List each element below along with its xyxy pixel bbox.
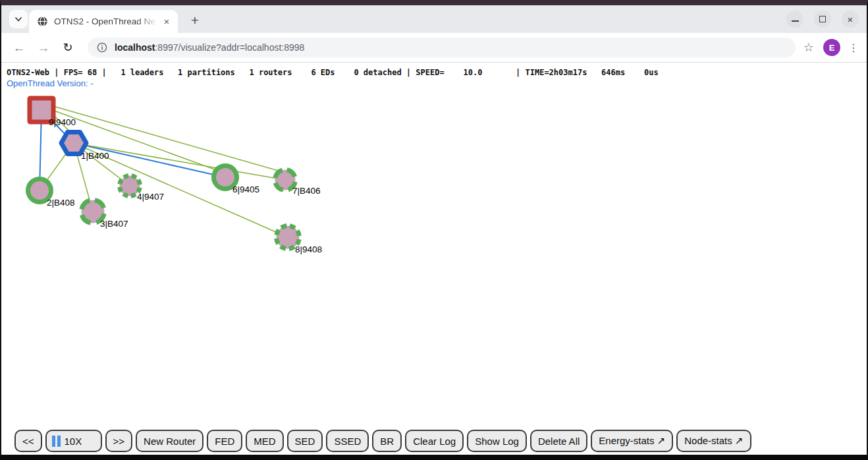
maximize-button[interactable]	[814, 11, 831, 28]
maximize-icon	[819, 16, 826, 22]
profile-avatar[interactable]: E	[823, 39, 840, 56]
step-forward-button-label: >>	[113, 436, 125, 447]
node-label: 9|9400	[49, 117, 76, 127]
back-button[interactable]: ←	[11, 39, 28, 56]
node-stats-button-label: Node-stats ↗	[684, 435, 743, 447]
node-label: 4|9407	[137, 192, 164, 202]
otns-page: OTNS2-Web | FPS= 68 | 1 leaders 1 partit…	[1, 63, 867, 455]
sed-button-label: SED	[295, 436, 315, 447]
step-forward-button[interactable]: >>	[105, 430, 133, 452]
fed-button[interactable]: FED	[207, 430, 242, 452]
show-log-button[interactable]: Show Log	[467, 430, 527, 452]
new-router-button[interactable]: New Router	[136, 430, 203, 452]
tab-close-icon[interactable]: ×	[161, 16, 173, 28]
show-log-button-label: Show Log	[475, 436, 519, 447]
url-path: :8997/visualize?addr=localhost:8998	[155, 42, 304, 53]
clear-log-button[interactable]: Clear Log	[405, 430, 464, 452]
minimize-icon	[792, 20, 799, 22]
node-stats-button[interactable]: Node-stats ↗	[676, 430, 751, 452]
address-bar[interactable]: localhost:8997/visualize?addr=localhost:…	[88, 38, 796, 57]
node-label: 8|9408	[295, 244, 322, 254]
minimize-button[interactable]	[786, 11, 803, 28]
ssed-button-label: SSED	[334, 436, 361, 447]
browser-toolbar: ← → ↻ localhost:8997/visualize?addr=loca…	[1, 33, 867, 62]
browser-menu-icon[interactable]: ⋮	[848, 42, 859, 54]
network-edge	[74, 143, 285, 180]
window-controls: ×	[786, 11, 859, 28]
url-host: localhost	[115, 42, 155, 53]
speed-button-label: 10X	[65, 436, 82, 447]
clear-log-button-label: Clear Log	[413, 436, 456, 447]
forward-button[interactable]: →	[35, 39, 52, 56]
url-text[interactable]: localhost:8997/visualize?addr=localhost:…	[115, 42, 304, 53]
tab-strip: OTNS2 - OpenThread Ne × + ×	[1, 5, 867, 33]
reload-button[interactable]: ↻	[59, 39, 76, 56]
node-label: 2|B408	[47, 198, 75, 208]
new-router-button-label: New Router	[144, 436, 196, 447]
step-back-button-label: <<	[22, 436, 34, 447]
action-bar: <<10X>>New RouterFEDMEDSEDSSEDBRClear Lo…	[14, 430, 751, 452]
new-tab-button[interactable]: +	[186, 11, 204, 30]
delete-all-button-label: Delete All	[538, 436, 580, 447]
globe-favicon-icon	[37, 16, 48, 27]
browser-tab[interactable]: OTNS2 - OpenThread Ne ×	[29, 10, 178, 33]
med-button-label: MED	[254, 436, 275, 447]
tab-search-button[interactable]	[9, 10, 28, 28]
step-back-button[interactable]: <<	[14, 430, 42, 452]
fed-button-label: FED	[215, 436, 234, 447]
chevron-down-icon	[14, 14, 23, 24]
speed-button[interactable]: 10X	[45, 430, 102, 452]
node-label: 1|B400	[81, 151, 109, 161]
close-icon: ×	[848, 14, 854, 24]
info-icon[interactable]	[97, 42, 107, 53]
node-label: 3|B407	[100, 219, 128, 229]
ssed-button[interactable]: SSED	[326, 430, 369, 452]
node-label: 7|B406	[292, 186, 321, 196]
delete-all-button[interactable]: Delete All	[530, 430, 587, 452]
bookmark-star-icon[interactable]: ☆	[803, 40, 814, 55]
br-button-label: BR	[380, 436, 394, 447]
tab-title: OTNS2 - OpenThread Ne	[54, 16, 161, 26]
browser-window: OTNS2 - OpenThread Ne × + × ← → ↻ localh…	[0, 0, 868, 460]
sed-button[interactable]: SED	[287, 430, 323, 452]
br-button[interactable]: BR	[372, 430, 402, 452]
close-button[interactable]: ×	[842, 11, 859, 28]
med-button[interactable]: MED	[246, 430, 283, 452]
energy-stats-button-label: Energy-stats ↗	[599, 435, 665, 447]
node-label: 6|9405	[232, 185, 259, 194]
pause-icon	[52, 436, 61, 447]
energy-stats-button[interactable]: Energy-stats ↗	[591, 430, 673, 452]
network-canvas[interactable]: 9|94001|B4002|B4083|B4074|94076|94057|B4…	[1, 63, 867, 455]
